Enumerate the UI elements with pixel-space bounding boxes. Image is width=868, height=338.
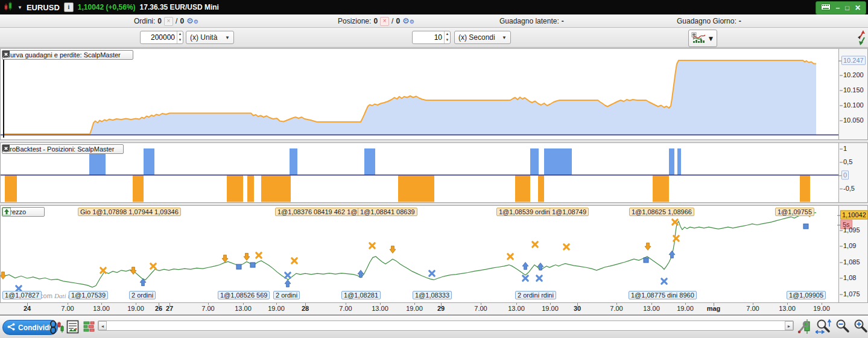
quantity-stepper[interactable]: ▲▼ — [177, 31, 183, 43]
mini-chart-icon — [691, 32, 706, 45]
maximize-button[interactable]: □ — [845, 2, 849, 14]
equity-y-axis: 10.24710.20010.15010.10010.050 — [839, 48, 868, 140]
equity-axis-tick: 10.050 — [843, 116, 864, 124]
price-plot[interactable]: ©It-Finance.com Dati indicativi Prezzo G… — [0, 205, 839, 303]
last-price-change: 1,10042 (+0,56%) — [78, 3, 136, 11]
time-axis-label: 13.00 — [235, 305, 252, 312]
close-button[interactable]: ✕ — [855, 2, 861, 14]
orders-label: Ordini: — [134, 17, 155, 25]
market-depth-icon[interactable] — [83, 321, 97, 334]
instrument-dropdown-caret[interactable]: ▼ — [17, 5, 22, 10]
time-axis-label: 30 — [574, 305, 581, 312]
chevron-down-icon: ▼ — [708, 34, 715, 43]
chart-settings-icon[interactable] — [797, 319, 812, 336]
exit-long-x-marker — [285, 273, 290, 278]
exit-short-x-marker — [564, 244, 569, 249]
pending-order-marker — [644, 258, 648, 263]
exit-long-x-marker — [662, 279, 667, 284]
order-label-exit: 1@1,08333 — [413, 291, 452, 299]
short-position-bar — [261, 176, 291, 202]
buy-arrow-marker — [522, 263, 528, 270]
exit-long-x-marker — [429, 271, 434, 276]
quantity-unit-select[interactable]: (x) Unità ▼ — [186, 31, 234, 44]
time-axis[interactable]: 247.0013.0019.0026277.0013.0019.00287.00… — [0, 303, 868, 315]
zoom-in-icon[interactable] — [853, 319, 868, 336]
short-position-bar — [133, 176, 144, 202]
order-label-entry: 1@1,08749 — [550, 208, 589, 216]
order-label-exit: 1@1,08281 — [341, 291, 381, 299]
equity-panel: Curva guadagni e perdite: ScalpMaster 10… — [0, 48, 868, 140]
zoom-out-icon[interactable] — [835, 319, 851, 336]
orders-separator: / — [176, 17, 177, 25]
time-axis-label: 19.00 — [268, 305, 285, 312]
order-label-entry: 1@1,08841 08639 — [358, 208, 417, 216]
price-axis-tick: 1,085 — [843, 258, 860, 266]
interval-unit-value: (x) Secondi — [458, 33, 495, 42]
time-scrollbar[interactable]: ◄ ► — [98, 320, 794, 331]
time-axis-label: 19.00 — [542, 305, 559, 312]
time-axis-label: mag — [707, 305, 721, 312]
linked-instruments-icon[interactable] — [49, 319, 64, 336]
equity-axis-tick: 10.150 — [843, 86, 864, 94]
long-position-bar — [677, 148, 681, 175]
exit-short-x-marker — [370, 243, 375, 248]
interval-input[interactable] — [413, 31, 444, 43]
interval-stepper[interactable]: ▲▼ — [444, 31, 450, 43]
virtual-keyboard-icon[interactable] — [821, 2, 831, 14]
sync-charts-icon[interactable] — [857, 30, 867, 48]
sell-arrow-marker — [645, 243, 651, 250]
clock-and-market: 17.36.35 EUR/USD Mini — [140, 3, 219, 11]
price-axis-tick: 1,08 — [843, 274, 856, 282]
candlestick-logo-icon — [4, 2, 13, 13]
positions-panel: ProBacktest - Posizioni: ScalpMaster 10,… — [0, 142, 868, 203]
time-axis-label: 19.00 — [813, 305, 830, 312]
status-bar: Ordini: 0 × / 0 ⚙⚙ Posizione: 0 × / 0 ⚙⚙… — [0, 14, 868, 28]
price-axis-tick: 1,09 — [843, 242, 856, 250]
orders-settings-icon[interactable]: ⚙⚙ — [186, 17, 198, 26]
long-position-bar — [364, 148, 375, 175]
equity-plot[interactable]: Curva guadagni e perdite: ScalpMaster — [0, 48, 839, 140]
time-axis-label: 19.00 — [127, 305, 144, 312]
position-settings-icon[interactable]: ⚙⚙ — [402, 17, 414, 26]
positions-axis-tick: -0,5 — [843, 185, 855, 193]
time-axis-label: 26 — [155, 305, 162, 312]
quantity-unit-value: (x) Unità — [190, 33, 217, 42]
order-label-entry: 1@1,09755 — [775, 208, 814, 216]
short-position-bar — [5, 176, 17, 202]
equity-axis-tick: 10.247 — [841, 56, 866, 65]
order-label-exit: 1@1,07539 — [69, 291, 108, 299]
day-gain-label: Guadagno Giorno: — [677, 17, 737, 25]
day-gain-group: Guadagno Giorno: - — [677, 14, 741, 28]
short-position-bar — [227, 176, 243, 202]
exit-long-x-marker — [537, 276, 542, 281]
short-position-bar — [515, 176, 530, 202]
instrument-info-icon[interactable]: i — [64, 2, 74, 12]
equity-title-box: Curva guadagni e perdite: ScalpMaster — [2, 50, 133, 60]
quantity-input[interactable] — [141, 31, 177, 43]
sell-arrow-marker — [130, 267, 136, 275]
positions-title: ProBacktest - Posizioni: ScalpMaster — [5, 145, 114, 153]
minimize-button[interactable]: – — [836, 2, 840, 14]
scroll-right-button[interactable]: ► — [785, 321, 793, 330]
new-chart-button[interactable]: ▼ — [688, 30, 717, 47]
scroll-left-button[interactable]: ◄ — [98, 321, 107, 330]
exit-short-x-marker — [673, 220, 677, 225]
short-position-bar — [653, 176, 669, 202]
positions-axis-tick: 0,5 — [843, 158, 852, 166]
instrument-symbol[interactable]: EURUSD — [27, 3, 60, 12]
positions-plot[interactable]: ProBacktest - Posizioni: ScalpMaster — [0, 142, 839, 203]
time-axis-label: 28 — [302, 305, 309, 312]
close-position-icon[interactable]: × — [380, 17, 389, 26]
interval-unit-select[interactable]: (x) Secondi ▼ — [454, 31, 511, 44]
cancel-orders-icon[interactable]: × — [164, 17, 173, 26]
news-icon[interactable] — [66, 320, 79, 336]
price-axis-tick: 1,075 — [843, 290, 860, 298]
share-label: Condividi — [18, 324, 51, 332]
title-bar: ▼ EURUSD i 1,10042 (+0,56%) 17.36.35 EUR… — [0, 0, 868, 14]
interval-input-group: ▲▼ — [412, 31, 451, 44]
zoom-fit-icon[interactable] — [816, 319, 831, 336]
exit-short-x-marker — [151, 264, 156, 269]
time-axis-label: 13.00 — [93, 305, 110, 312]
time-axis-label: 13.00 — [779, 305, 796, 312]
position-status-group: Posizione: 0 × / 0 ⚙⚙ — [338, 14, 414, 28]
